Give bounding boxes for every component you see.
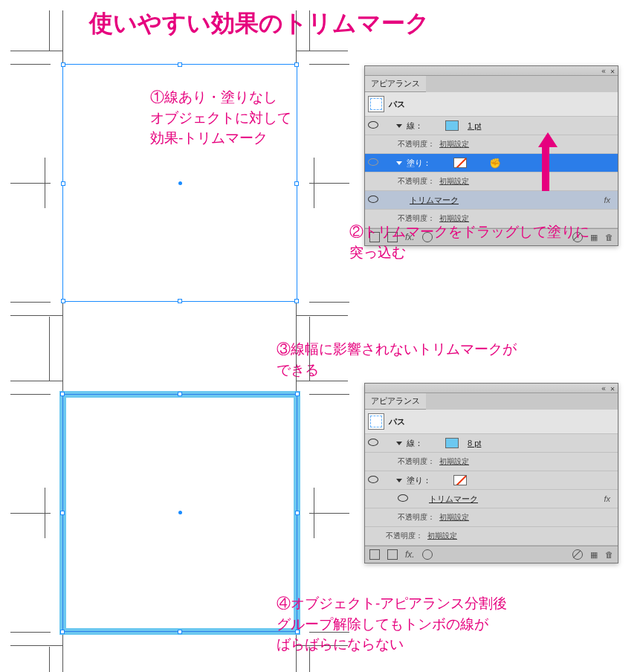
stroke-value[interactable]: 8 pt: [468, 439, 481, 448]
page-title: 使いやすい効果のトリムマーク: [89, 7, 430, 40]
trim-mark: [62, 633, 63, 672]
trim-mark: [309, 394, 349, 395]
trim-mark: [309, 10, 310, 51]
trim-mark: [309, 340, 310, 381]
panel-footer: fx.: [365, 546, 618, 563]
appearance-panel-1[interactable]: « ✕ アピアランス パス 線： 1 pt 不透明度： 初期設定: [364, 65, 618, 246]
trimmark-effect-row[interactable]: トリムマーク fx: [365, 490, 618, 508]
visibility-icon[interactable]: [368, 196, 378, 204]
disclosure-triangle-icon[interactable]: [396, 124, 402, 128]
trim-mark: [309, 513, 349, 514]
panel-titlebar[interactable]: « ✕: [365, 66, 618, 76]
trim-mark: [49, 340, 50, 381]
trim-mark: [10, 645, 62, 646]
trim-mark: [10, 64, 51, 65]
disclosure-triangle-icon[interactable]: [396, 161, 402, 165]
object-opacity-row[interactable]: 不透明度： 初期設定: [365, 527, 618, 546]
trim-mark: [49, 10, 50, 51]
trim-mark: [10, 394, 51, 395]
visibility-icon[interactable]: [368, 476, 378, 485]
stroke-swatch[interactable]: [445, 120, 459, 131]
trim-mark: [314, 488, 314, 538]
trim-mark: [45, 158, 45, 208]
panel-collapse-icon[interactable]: «: [601, 384, 606, 392]
new-stroke-icon[interactable]: [369, 549, 380, 560]
object-thumbnail: [368, 413, 384, 430]
disclosure-triangle-icon[interactable]: [396, 442, 402, 445]
trim-mark: [10, 381, 62, 381]
annotation-2: ②トリムマークをドラッグして塗りに 突っ込む: [349, 222, 589, 262]
annotation-3: ③線幅に影響されないトリムマークが できる: [277, 339, 517, 380]
trim-mark: [309, 183, 349, 184]
trim-mark: [10, 302, 51, 303]
trimmark-effect-row[interactable]: トリムマーク fx: [365, 191, 618, 210]
stroke-value[interactable]: 1 pt: [468, 121, 481, 130]
panel-tab[interactable]: アピアランス: [365, 76, 426, 92]
trim-mark: [296, 340, 297, 392]
trim-mark: [296, 315, 348, 316]
drag-cursor-icon: ✊: [489, 158, 501, 169]
trim-mark: [10, 51, 62, 51]
trim-mark: [309, 302, 349, 303]
visibility-icon[interactable]: [368, 121, 378, 130]
panel-titlebar[interactable]: « ✕: [365, 384, 618, 393]
trim-mark: [296, 51, 348, 51]
visibility-icon[interactable]: [398, 494, 408, 503]
stroke-row[interactable]: 線： 1 pt: [365, 117, 618, 135]
fill-opacity-row[interactable]: 不透明度： 初期設定: [365, 172, 618, 191]
target-object-row: パス: [365, 92, 618, 117]
fill-row-selected[interactable]: 塗り： ✊: [365, 154, 618, 172]
fx-icon[interactable]: fx: [604, 196, 615, 204]
selected-rect-2[interactable]: [59, 391, 300, 635]
trim-mark: [296, 10, 297, 62]
stroke-swatch[interactable]: [445, 438, 459, 448]
appearance-panel-2[interactable]: « ✕ アピアランス パス 線： 8 pt 不透明度： 初期設定: [364, 383, 618, 563]
trim-mark: [45, 488, 45, 538]
fill-swatch-none[interactable]: [453, 475, 467, 485]
duplicate-icon[interactable]: [590, 549, 598, 560]
stroke-opacity-row[interactable]: 不透明度： 初期設定: [365, 135, 618, 154]
trim-mark: [309, 64, 349, 65]
duplicate-icon[interactable]: [590, 232, 598, 242]
stroke-row[interactable]: 線： 8 pt: [365, 434, 618, 453]
fill-swatch-none[interactable]: [453, 158, 467, 168]
object-thumbnail: [368, 96, 384, 112]
trim-mark: [10, 632, 51, 633]
stroke-opacity-row[interactable]: 不透明度： 初期設定: [365, 453, 618, 471]
delete-icon[interactable]: [605, 232, 613, 242]
no-icon[interactable]: [572, 549, 583, 560]
drag-arrow: [538, 132, 553, 191]
visibility-icon[interactable]: [368, 158, 378, 167]
trim-mark: [62, 10, 63, 62]
new-fill-icon[interactable]: [387, 549, 398, 560]
fill-row[interactable]: 塗り：: [365, 471, 618, 490]
panel-close-icon[interactable]: ✕: [610, 67, 615, 75]
delete-icon[interactable]: [605, 549, 613, 560]
clear-appearance-icon[interactable]: [422, 549, 433, 560]
fill-opacity-row[interactable]: 不透明度： 初期設定: [365, 508, 618, 527]
trim-mark: [49, 647, 50, 672]
fx-icon[interactable]: fx: [604, 494, 615, 503]
trim-mark: [296, 381, 348, 381]
panel-collapse-icon[interactable]: «: [601, 67, 606, 75]
disclosure-triangle-icon[interactable]: [396, 479, 402, 482]
trim-mark: [314, 158, 314, 208]
trim-mark: [62, 340, 63, 392]
annotation-1: ①線あり・塗りなし オブジェクトに対して 効果-トリムマーク: [150, 87, 291, 149]
visibility-icon[interactable]: [368, 439, 378, 448]
trim-mark: [10, 315, 62, 316]
panel-close-icon[interactable]: ✕: [610, 384, 615, 392]
add-effect-icon[interactable]: fx.: [405, 549, 415, 560]
target-object-row: パス: [365, 410, 618, 434]
panel-tab[interactable]: アピアランス: [365, 393, 426, 410]
annotation-4: ④オブジェクト-アピアランス分割後 グループ解除してもトンボの線が ばらばらにな…: [277, 593, 507, 655]
